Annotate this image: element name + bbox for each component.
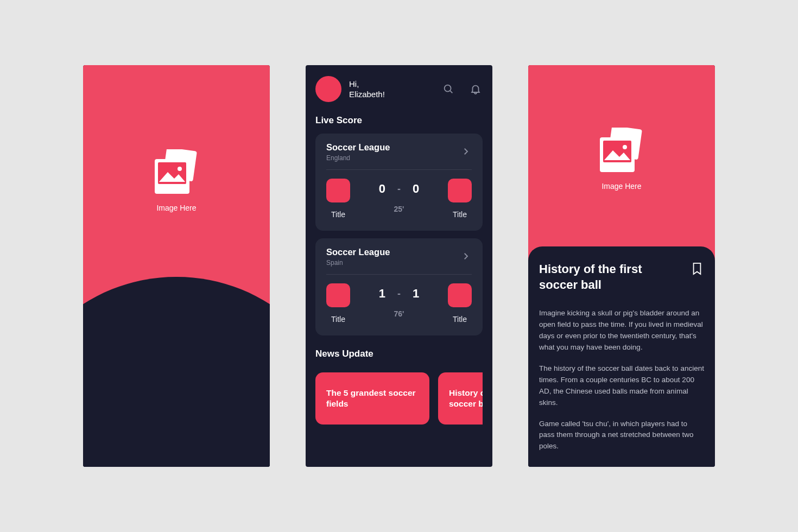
bookmark-icon[interactable] bbox=[691, 262, 704, 275]
chevron-right-icon bbox=[461, 251, 472, 262]
svg-point-3 bbox=[178, 167, 182, 171]
match-minute: 25' bbox=[394, 205, 404, 213]
away-team-badge bbox=[448, 283, 472, 307]
home-team-badge bbox=[326, 179, 350, 202]
match-country: England bbox=[326, 154, 461, 162]
article-paragraph: Imagine kicking a skull or pig's bladder… bbox=[539, 308, 704, 353]
bell-icon[interactable] bbox=[468, 82, 483, 96]
home-team-name: Title bbox=[331, 315, 345, 324]
match-card[interactable]: Soccer League Spain Title 1 - 1 bbox=[315, 238, 483, 335]
article-hero: Image Here bbox=[528, 65, 715, 261]
away-team-name: Title bbox=[453, 210, 467, 219]
news-card[interactable]: The 5 grandest soccer fields bbox=[315, 372, 429, 425]
image-placeholder-caption: Image Here bbox=[601, 182, 641, 191]
avatar[interactable] bbox=[315, 76, 341, 102]
news-card-title: History of the first soccer ball bbox=[449, 388, 483, 409]
article-title: History of the first soccer ball bbox=[539, 262, 683, 293]
score-separator: - bbox=[397, 183, 401, 195]
news-card-title: The 5 grandest soccer fields bbox=[326, 388, 419, 409]
home-team-name: Title bbox=[331, 210, 345, 219]
home-team-badge bbox=[326, 283, 350, 307]
greeting-line-2: Elizabeth! bbox=[349, 90, 385, 99]
svg-line-5 bbox=[450, 91, 452, 93]
match-league: Soccer League bbox=[326, 142, 461, 153]
search-icon[interactable] bbox=[441, 82, 455, 96]
article-body: Imagine kicking a skull or pig's bladder… bbox=[539, 308, 704, 452]
onboarding-screen: Image Here Live Score and Football News … bbox=[83, 65, 270, 467]
away-score: 1 bbox=[413, 287, 419, 301]
chevron-right-icon bbox=[461, 147, 472, 157]
home-score: 0 bbox=[379, 182, 385, 196]
away-score: 0 bbox=[413, 182, 419, 196]
news-card[interactable]: History of the first soccer ball bbox=[438, 372, 483, 425]
score-separator: - bbox=[397, 288, 401, 300]
onboarding-hero: Image Here bbox=[83, 65, 270, 326]
live-score-heading: Live Score bbox=[315, 115, 483, 126]
match-country: Spain bbox=[326, 259, 461, 267]
home-screen: Hi, Elizabeth! Live Score Soccer League … bbox=[306, 65, 492, 467]
away-team-name: Title bbox=[453, 315, 467, 324]
article-body-panel: History of the first soccer ball Imagine… bbox=[528, 246, 715, 467]
match-minute: 76' bbox=[394, 309, 404, 318]
svg-point-9 bbox=[623, 145, 627, 149]
article-paragraph: Game called 'tsu chu', in which players … bbox=[539, 419, 704, 453]
home-score: 1 bbox=[379, 287, 385, 301]
match-card[interactable]: Soccer League England Title 0 - 0 bbox=[315, 134, 483, 231]
greeting-line-1: Hi, bbox=[349, 79, 359, 88]
article-paragraph: The history of the soccer ball dates bac… bbox=[539, 363, 704, 409]
away-team-badge bbox=[448, 179, 472, 202]
home-header: Hi, Elizabeth! bbox=[315, 76, 483, 102]
svg-point-4 bbox=[445, 85, 451, 92]
image-placeholder: Image Here bbox=[594, 128, 649, 261]
greeting: Hi, Elizabeth! bbox=[349, 79, 385, 99]
article-screen: Image Here History of the first soccer b… bbox=[528, 65, 715, 467]
image-placeholder-caption: Image Here bbox=[156, 204, 196, 212]
image-placeholder: Image Here bbox=[149, 149, 204, 326]
news-update-heading: News Update bbox=[315, 349, 483, 359]
match-league: Soccer League bbox=[326, 247, 461, 257]
news-list: The 5 grandest soccer fields History of … bbox=[315, 372, 483, 425]
